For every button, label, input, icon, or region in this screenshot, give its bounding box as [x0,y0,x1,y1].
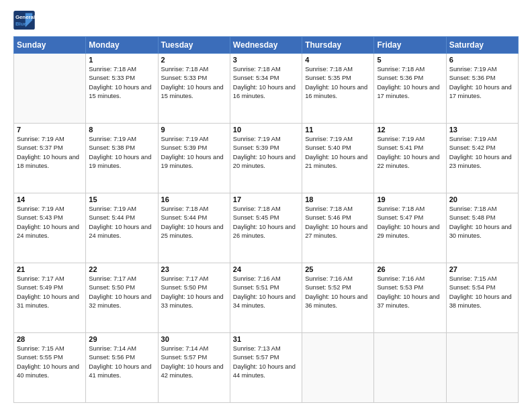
day-detail: Sunrise: 7:19 AM Sunset: 5:40 PM Dayligh… [305,135,371,171]
week-row-3: 21Sunrise: 7:17 AM Sunset: 5:49 PM Dayli… [14,263,519,333]
calendar-cell: 30Sunrise: 7:14 AM Sunset: 5:57 PM Dayli… [158,333,230,403]
day-number: 25 [305,265,371,273]
week-row-0: 1Sunrise: 7:18 AM Sunset: 5:33 PM Daylig… [14,54,519,124]
calendar-cell [446,333,518,403]
day-number: 23 [161,265,227,273]
calendar-cell: 18Sunrise: 7:18 AM Sunset: 5:46 PM Dayli… [302,193,374,263]
day-number: 26 [377,265,443,273]
weekday-tuesday: Tuesday [158,37,230,54]
weekday-monday: Monday [86,37,158,54]
day-detail: Sunrise: 7:17 AM Sunset: 5:50 PM Dayligh… [161,275,227,311]
day-number: 27 [449,265,515,273]
calendar-cell: 1Sunrise: 7:18 AM Sunset: 5:33 PM Daylig… [86,54,158,124]
day-detail: Sunrise: 7:14 AM Sunset: 5:57 PM Dayligh… [161,345,227,381]
calendar-cell: 2Sunrise: 7:18 AM Sunset: 5:33 PM Daylig… [158,54,230,124]
day-number: 5 [377,56,443,64]
day-detail: Sunrise: 7:18 AM Sunset: 5:45 PM Dayligh… [233,205,299,241]
day-number: 6 [449,56,515,64]
day-detail: Sunrise: 7:18 AM Sunset: 5:35 PM Dayligh… [305,65,371,101]
day-number: 2 [161,56,227,64]
weekday-thursday: Thursday [302,37,374,54]
day-detail: Sunrise: 7:14 AM Sunset: 5:56 PM Dayligh… [89,345,154,381]
logo-icon: General Blue [13,11,35,30]
day-number: 11 [305,126,371,134]
day-detail: Sunrise: 7:17 AM Sunset: 5:49 PM Dayligh… [17,275,83,311]
calendar-cell: 17Sunrise: 7:18 AM Sunset: 5:45 PM Dayli… [230,193,302,263]
calendar-cell: 15Sunrise: 7:19 AM Sunset: 5:44 PM Dayli… [86,193,158,263]
calendar-cell: 12Sunrise: 7:19 AM Sunset: 5:41 PM Dayli… [374,124,446,193]
calendar-cell: 13Sunrise: 7:19 AM Sunset: 5:42 PM Dayli… [446,124,518,193]
calendar-cell: 16Sunrise: 7:18 AM Sunset: 5:44 PM Dayli… [158,193,230,263]
calendar-cell: 19Sunrise: 7:18 AM Sunset: 5:47 PM Dayli… [374,193,446,263]
day-detail: Sunrise: 7:17 AM Sunset: 5:50 PM Dayligh… [89,275,154,311]
day-detail: Sunrise: 7:18 AM Sunset: 5:33 PM Dayligh… [89,65,154,101]
day-number: 20 [449,195,515,203]
day-detail: Sunrise: 7:18 AM Sunset: 5:46 PM Dayligh… [305,205,371,241]
calendar-cell: 14Sunrise: 7:19 AM Sunset: 5:43 PM Dayli… [14,193,86,263]
calendar-cell [302,333,374,403]
weekday-wednesday: Wednesday [230,37,302,54]
calendar-table: SundayMondayTuesdayWednesdayThursdayFrid… [13,36,519,403]
day-detail: Sunrise: 7:19 AM Sunset: 5:36 PM Dayligh… [449,65,515,101]
calendar-cell: 21Sunrise: 7:17 AM Sunset: 5:49 PM Dayli… [14,263,86,333]
day-detail: Sunrise: 7:16 AM Sunset: 5:52 PM Dayligh… [305,275,371,311]
day-detail: Sunrise: 7:18 AM Sunset: 5:34 PM Dayligh… [233,65,299,101]
week-row-2: 14Sunrise: 7:19 AM Sunset: 5:43 PM Dayli… [14,193,519,263]
calendar-cell: 4Sunrise: 7:18 AM Sunset: 5:35 PM Daylig… [302,54,374,124]
day-detail: Sunrise: 7:19 AM Sunset: 5:43 PM Dayligh… [17,205,83,241]
day-number: 19 [377,195,443,203]
week-row-1: 7Sunrise: 7:19 AM Sunset: 5:37 PM Daylig… [14,124,519,193]
calendar-cell: 6Sunrise: 7:19 AM Sunset: 5:36 PM Daylig… [446,54,518,124]
day-detail: Sunrise: 7:18 AM Sunset: 5:33 PM Dayligh… [161,65,227,101]
calendar-cell: 5Sunrise: 7:18 AM Sunset: 5:36 PM Daylig… [374,54,446,124]
calendar-cell: 20Sunrise: 7:18 AM Sunset: 5:48 PM Dayli… [446,193,518,263]
page: General Blue SundayMondayTuesdayWednesda… [0,0,532,411]
day-number: 28 [17,335,83,343]
day-number: 13 [449,126,515,134]
day-number: 16 [161,195,227,203]
weekday-sunday: Sunday [14,37,86,54]
weekday-saturday: Saturday [446,37,518,54]
day-detail: Sunrise: 7:19 AM Sunset: 5:38 PM Dayligh… [89,135,154,171]
day-number: 18 [305,195,371,203]
calendar-cell: 28Sunrise: 7:15 AM Sunset: 5:55 PM Dayli… [14,333,86,403]
weekday-header-row: SundayMondayTuesdayWednesdayThursdayFrid… [14,37,519,54]
day-number: 10 [233,126,299,134]
calendar-cell: 27Sunrise: 7:15 AM Sunset: 5:54 PM Dayli… [446,263,518,333]
day-number: 29 [89,335,154,343]
calendar-cell: 26Sunrise: 7:16 AM Sunset: 5:53 PM Dayli… [374,263,446,333]
day-number: 12 [377,126,443,134]
calendar-cell: 8Sunrise: 7:19 AM Sunset: 5:38 PM Daylig… [86,124,158,193]
calendar-cell: 31Sunrise: 7:13 AM Sunset: 5:57 PM Dayli… [230,333,302,403]
calendar-cell [14,54,86,124]
day-number: 22 [89,265,154,273]
day-detail: Sunrise: 7:19 AM Sunset: 5:39 PM Dayligh… [233,135,299,171]
header: General Blue [13,11,519,30]
day-number: 4 [305,56,371,64]
logo: General Blue [13,11,38,30]
day-number: 17 [233,195,299,203]
calendar-cell: 10Sunrise: 7:19 AM Sunset: 5:39 PM Dayli… [230,124,302,193]
day-detail: Sunrise: 7:19 AM Sunset: 5:41 PM Dayligh… [377,135,443,171]
day-detail: Sunrise: 7:18 AM Sunset: 5:47 PM Dayligh… [377,205,443,241]
calendar-cell: 25Sunrise: 7:16 AM Sunset: 5:52 PM Dayli… [302,263,374,333]
calendar-cell: 11Sunrise: 7:19 AM Sunset: 5:40 PM Dayli… [302,124,374,193]
day-number: 30 [161,335,227,343]
day-detail: Sunrise: 7:18 AM Sunset: 5:48 PM Dayligh… [449,205,515,241]
calendar-cell [374,333,446,403]
day-number: 31 [233,335,299,343]
calendar-cell: 7Sunrise: 7:19 AM Sunset: 5:37 PM Daylig… [14,124,86,193]
day-detail: Sunrise: 7:18 AM Sunset: 5:44 PM Dayligh… [161,205,227,241]
day-detail: Sunrise: 7:19 AM Sunset: 5:42 PM Dayligh… [449,135,515,171]
calendar-cell: 9Sunrise: 7:19 AM Sunset: 5:39 PM Daylig… [158,124,230,193]
day-number: 7 [17,126,83,134]
day-number: 14 [17,195,83,203]
day-number: 3 [233,56,299,64]
calendar-cell: 29Sunrise: 7:14 AM Sunset: 5:56 PM Dayli… [86,333,158,403]
calendar-cell: 24Sunrise: 7:16 AM Sunset: 5:51 PM Dayli… [230,263,302,333]
calendar-cell: 22Sunrise: 7:17 AM Sunset: 5:50 PM Dayli… [86,263,158,333]
day-detail: Sunrise: 7:19 AM Sunset: 5:44 PM Dayligh… [89,205,154,241]
day-detail: Sunrise: 7:13 AM Sunset: 5:57 PM Dayligh… [233,345,299,381]
day-number: 9 [161,126,227,134]
day-detail: Sunrise: 7:16 AM Sunset: 5:53 PM Dayligh… [377,275,443,311]
